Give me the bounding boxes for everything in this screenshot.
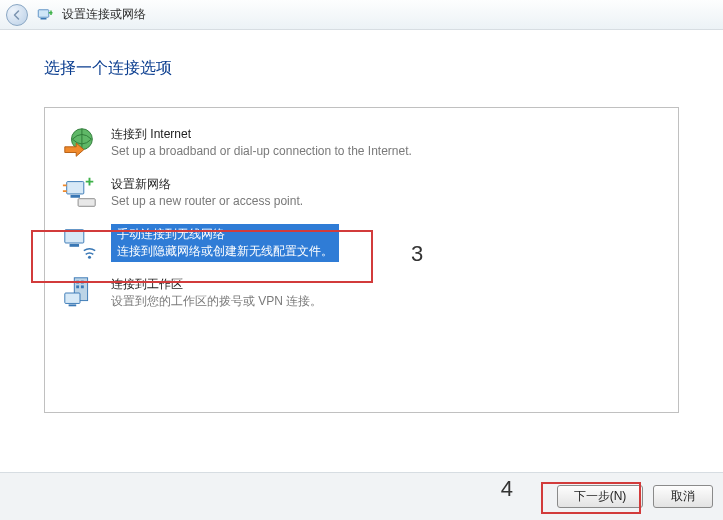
annotation-label-3: 3 <box>411 241 423 267</box>
option-connect-internet[interactable]: 连接到 Internet Set up a broadband or dial-… <box>57 118 666 168</box>
option-title: 设置新网络 <box>111 176 303 193</box>
svg-rect-14 <box>65 293 80 303</box>
svg-point-8 <box>88 256 91 259</box>
titlebar: 设置连接或网络 <box>0 0 723 30</box>
next-button[interactable]: 下一步(N) <box>557 485 643 508</box>
svg-rect-12 <box>76 285 79 288</box>
svg-rect-6 <box>65 230 84 243</box>
svg-rect-0 <box>38 9 49 17</box>
annotation-label-4: 4 <box>501 476 513 502</box>
cancel-button[interactable]: 取消 <box>653 485 713 508</box>
option-title: 连接到工作区 <box>111 276 322 293</box>
wireless-icon <box>61 224 99 262</box>
page-heading: 选择一个连接选项 <box>44 58 679 79</box>
cancel-button-label: 取消 <box>671 488 695 505</box>
svg-rect-1 <box>41 18 47 20</box>
svg-rect-5 <box>78 199 95 207</box>
options-panel: 连接到 Internet Set up a broadband or dial-… <box>44 107 679 413</box>
workplace-icon <box>61 274 99 312</box>
back-button[interactable] <box>6 4 28 26</box>
svg-rect-15 <box>69 304 77 306</box>
option-title: 手动连接到无线网络 <box>117 226 333 243</box>
option-desc: 设置到您的工作区的拨号或 VPN 连接。 <box>111 293 322 310</box>
svg-rect-10 <box>76 281 79 284</box>
svg-rect-13 <box>81 285 84 288</box>
svg-rect-11 <box>81 281 84 284</box>
svg-rect-3 <box>67 182 84 194</box>
network-wizard-icon <box>36 6 54 24</box>
window-title: 设置连接或网络 <box>62 6 146 23</box>
option-manual-wireless[interactable]: 手动连接到无线网络 连接到隐藏网络或创建新无线配置文件。 <box>57 218 666 268</box>
option-desc: Set up a new router or access point. <box>111 193 303 210</box>
svg-rect-7 <box>70 244 80 247</box>
option-title: 连接到 Internet <box>111 126 412 143</box>
router-icon <box>61 174 99 212</box>
content-area: 选择一个连接选项 连接到 Internet Set up a broadband… <box>0 30 723 413</box>
option-connect-workplace[interactable]: 连接到工作区 设置到您的工作区的拨号或 VPN 连接。 <box>57 268 666 318</box>
option-desc: 连接到隐藏网络或创建新无线配置文件。 <box>117 243 333 260</box>
arrow-left-icon <box>11 9 23 21</box>
svg-rect-4 <box>71 195 81 198</box>
footer: 下一步(N) 取消 <box>0 472 723 520</box>
option-desc: Set up a broadband or dial-up connection… <box>111 143 412 160</box>
globe-icon <box>61 124 99 162</box>
option-setup-network[interactable]: 设置新网络 Set up a new router or access poin… <box>57 168 666 218</box>
next-button-label: 下一步(N) <box>574 488 627 505</box>
